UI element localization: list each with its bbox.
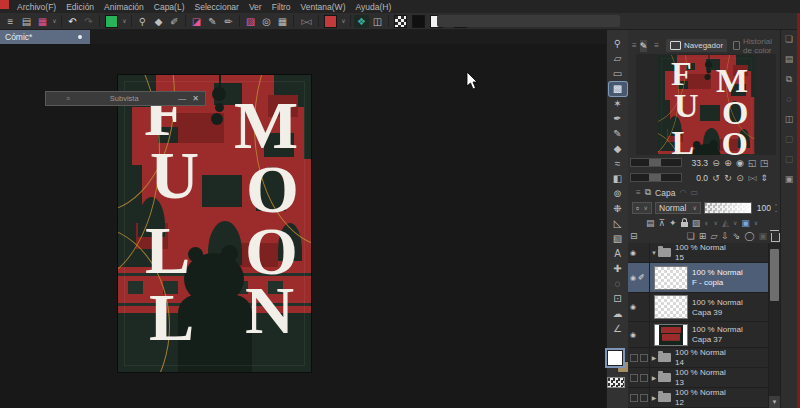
rotation-slider-thumb[interactable]	[649, 174, 661, 181]
select-checkbox[interactable]	[640, 374, 648, 382]
selection-area-panel-icon[interactable]: ▢	[782, 133, 796, 146]
visibility-eye-icon[interactable]: ◉	[630, 274, 636, 282]
layer-mask-icon[interactable]: ▣	[741, 218, 750, 228]
rotate-cw-button[interactable]: ↻	[722, 172, 734, 184]
zoom-in-button[interactable]: ⊕	[722, 157, 734, 169]
eyedropper-tool[interactable]: ✒	[609, 112, 627, 126]
layer-color-dropdown[interactable]: ▫∨	[632, 202, 652, 214]
zoom-slider-thumb[interactable]	[649, 159, 661, 166]
select-checkbox[interactable]	[640, 354, 648, 362]
document-tab[interactable]: Cómic*	[0, 30, 90, 44]
folder-expand-caret[interactable]: ▶	[650, 354, 658, 361]
layer-list-scrollbar[interactable]: ▼	[768, 243, 780, 408]
animation-cels-panel-icon[interactable]: ▤	[782, 53, 796, 66]
subvista-titlebar[interactable]: ≡ Subvista — ✕	[45, 91, 206, 106]
flip-horizontal-icon[interactable]: ▷◁	[297, 15, 315, 28]
menu-item[interactable]: Edición	[61, 2, 99, 12]
lock-layer-icon[interactable]	[681, 222, 688, 227]
subvista-minimize-button[interactable]: —	[178, 94, 186, 103]
separator[interactable]	[61, 15, 62, 27]
pen-lines-icon[interactable]: ✎	[205, 15, 220, 28]
pen-circle-icon[interactable]: ✏	[221, 15, 236, 28]
pen-tool[interactable]: ✎	[609, 127, 627, 141]
brush-diagonal-icon[interactable]: ◪	[189, 15, 204, 28]
frame-border-tool[interactable]: ⊡	[609, 292, 627, 306]
transfer-down-icon[interactable]: ⇩	[721, 231, 729, 241]
auto-select-tool[interactable]: ✶	[609, 97, 627, 111]
scroll-down-button[interactable]: ▼	[769, 396, 780, 408]
separator[interactable]	[350, 15, 351, 27]
eyedropper-icon[interactable]: ✐	[167, 15, 182, 28]
layer-row-f-copia[interactable]: ◉ ✐ 100 % Normal F - copia	[628, 263, 780, 293]
folder-expand-caret[interactable]: ▶	[650, 394, 658, 401]
menu-item[interactable]: Archivo(F)	[12, 2, 61, 12]
tab-navigator[interactable]: Navegador	[666, 39, 727, 52]
separator[interactable]	[99, 15, 100, 27]
folder-expand-caret[interactable]: ▼	[650, 250, 658, 256]
auto-action-panel-icon[interactable]: ▢	[782, 153, 796, 166]
scrollbar-thumb[interactable]	[770, 249, 779, 301]
new-raster-layer-icon[interactable]: ❏	[687, 231, 695, 241]
flip-horizontal-button[interactable]: ▷◁	[746, 172, 758, 184]
layer-property-panel-icon[interactable]: ◫	[782, 113, 796, 126]
marquee-select-tool[interactable]: ▩	[609, 82, 627, 96]
actual-size-button[interactable]: ◱	[746, 157, 758, 169]
layer-panel-menu-icon[interactable]: ≡	[636, 188, 641, 197]
ring-icon[interactable]: ◎	[259, 15, 274, 28]
move-layer-tool[interactable]: ✚	[609, 262, 627, 276]
layer-row-folder-14[interactable]: ▶ 100 % Normal 14	[628, 348, 780, 368]
canvas-settings-icon[interactable]: ▤	[19, 15, 34, 28]
opacity-slider[interactable]	[704, 202, 752, 214]
panel-menu-icon[interactable]: ≡	[654, 41, 659, 50]
pattern-icon[interactable]: ▨	[243, 15, 258, 28]
layer-thumbnail[interactable]	[654, 266, 688, 290]
layer-panel-icon[interactable]: ⧉	[782, 73, 796, 86]
main-menu-icon[interactable]: ≡	[3, 15, 18, 28]
draft-layer-icon[interactable]: ◐	[704, 218, 709, 228]
current-subtool-pen-icon[interactable]: ✎	[640, 40, 648, 52]
frame-tool[interactable]: ▭	[609, 67, 627, 81]
visibility-eye-icon[interactable]: ◉	[630, 303, 636, 311]
visibility-eye-icon[interactable]: ◉	[630, 331, 636, 339]
material-red-icon[interactable]	[324, 15, 337, 28]
separator[interactable]	[131, 15, 132, 27]
merge-down-icon[interactable]: ⇘	[733, 231, 741, 241]
zoom-slider[interactable]	[630, 158, 682, 167]
layer-row-folder-13[interactable]: ▶ 100 % Normal 13	[628, 368, 780, 388]
separator[interactable]	[293, 15, 294, 27]
new-folder-icon[interactable]: ▱	[710, 231, 717, 241]
canvas-artwork[interactable]: FULLMOON	[118, 75, 311, 372]
dropdown-caret-icon[interactable]: ∨	[340, 15, 347, 28]
panel-menu-icon[interactable]: ≡	[632, 41, 637, 50]
layer-row-folder-15[interactable]: ◉ ▼ 100 % Normal 15	[628, 243, 780, 263]
menu-item[interactable]: Animación	[99, 2, 149, 12]
blend-mode-dropdown[interactable]: Normal∨	[655, 202, 701, 214]
quick-access-panel-icon[interactable]: ❏	[782, 33, 796, 46]
navigator-viewport[interactable]: FULLMOON	[636, 54, 776, 155]
fullscreen-button[interactable]: ◳	[758, 157, 770, 169]
layer-thumbnail[interactable]	[654, 324, 688, 346]
folder-expand-caret[interactable]: ▶	[650, 374, 658, 381]
reference-layer-icon[interactable]: ✦	[669, 218, 677, 228]
material-teal-icon[interactable]: ❖	[354, 15, 369, 28]
menu-item[interactable]: Seleccionar	[190, 2, 244, 12]
apply-mask-icon[interactable]: ▣	[758, 231, 767, 241]
clip-to-layer-below-icon[interactable]: ⊼	[659, 218, 666, 228]
text-tool[interactable]: A	[609, 247, 627, 261]
fit-to-screen-button[interactable]: ◉	[734, 157, 746, 169]
eraser-icon[interactable]: ◆	[151, 15, 166, 28]
flip-vertical-button[interactable]: ⇕	[758, 172, 770, 184]
layer-row-capa-39[interactable]: ◉ 100 % Normal Capa 39	[628, 293, 780, 322]
blend-tool[interactable]: ≈	[609, 157, 627, 171]
operation-tool[interactable]: ▱	[609, 52, 627, 66]
gradient-tool[interactable]: ▧	[609, 232, 627, 246]
zoom-out-button[interactable]: ⊖	[710, 157, 722, 169]
menu-item[interactable]: Filtro	[267, 2, 296, 12]
grid-icon[interactable]: ▦	[275, 15, 290, 28]
airbrush-tool[interactable]: ⊚	[609, 187, 627, 201]
checker-swatch-icon[interactable]	[394, 15, 407, 28]
subvista-close-button[interactable]: ✕	[192, 94, 199, 103]
line-correction-tool[interactable]: ∠	[609, 322, 627, 336]
rotate-ccw-button[interactable]: ↺	[710, 172, 722, 184]
separator[interactable]	[239, 15, 240, 27]
